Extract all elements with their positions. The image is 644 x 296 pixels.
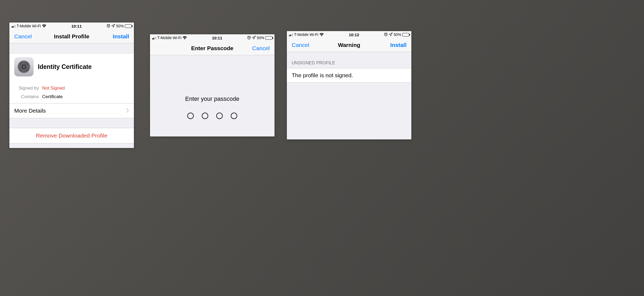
- status-bar: T-Mobile Wi-Fi 10:12 50%: [287, 31, 411, 38]
- passcode-dot: [187, 113, 194, 119]
- nav-bar: Cancel Install Profile Install: [9, 29, 134, 43]
- remove-profile-button[interactable]: Remove Downloaded Profile: [9, 128, 134, 143]
- status-time: 10:12: [349, 32, 359, 37]
- passcode-dot: [202, 113, 208, 119]
- section-header: UNSIGNED PROFILE: [287, 52, 411, 68]
- alarm-icon: [247, 36, 251, 40]
- contains-value: Certificate: [42, 94, 63, 99]
- signed-by-label: Signed by: [14, 86, 39, 91]
- battery-percent: 50%: [257, 36, 264, 40]
- carrier-label: T-Mobile Wi-Fi: [157, 36, 181, 40]
- battery-icon: [125, 24, 132, 28]
- spacer: [9, 118, 134, 128]
- location-icon: [111, 24, 115, 28]
- signal-icon: [152, 36, 156, 39]
- wifi-icon: [319, 33, 324, 36]
- status-right: 50%: [107, 24, 132, 28]
- content: Identity Certificate Signed by Not Signe…: [9, 43, 134, 143]
- signal-icon: [12, 24, 16, 28]
- cancel-button[interactable]: Cancel: [14, 33, 32, 40]
- svg-point-12: [23, 66, 25, 68]
- passcode-body: Enter your passcode: [150, 55, 275, 119]
- warning-screen: T-Mobile Wi-Fi 10:12 50% Cancel Warning …: [287, 31, 411, 139]
- signal-icon: [289, 33, 293, 36]
- chevron-right-icon: [126, 107, 129, 114]
- location-icon: [252, 36, 256, 40]
- profile-name: Identity Certificate: [38, 63, 92, 71]
- profile-meta: Signed by Not Signed Contains Certificat…: [9, 82, 134, 103]
- cancel-button[interactable]: Cancel: [252, 45, 270, 51]
- signed-by-row: Signed by Not Signed: [9, 82, 134, 93]
- status-right: 50%: [247, 36, 272, 40]
- passcode-dot: [231, 113, 237, 119]
- contains-label: Contains: [14, 94, 39, 99]
- wifi-icon: [182, 36, 187, 40]
- location-icon: [389, 32, 393, 37]
- more-details-cell[interactable]: More Details: [9, 103, 134, 118]
- status-right: 50%: [384, 32, 409, 37]
- battery-percent: 50%: [116, 24, 124, 28]
- carrier-label: T-Mobile Wi-Fi: [17, 24, 41, 28]
- enter-passcode-screen: T-Mobile Wi-Fi 10:11 50% Enter Passcode …: [150, 34, 275, 136]
- status-bar: T-Mobile Wi-Fi 10:11 50%: [9, 23, 134, 29]
- nav-bar: Cancel Warning Install: [287, 38, 411, 52]
- nav-bar: Enter Passcode Cancel: [150, 41, 275, 55]
- status-left: T-Mobile Wi-Fi: [152, 36, 187, 40]
- contains-row: Contains Certificate: [9, 93, 134, 103]
- carrier-label: T-Mobile Wi-Fi: [294, 32, 318, 37]
- battery-percent: 50%: [394, 32, 401, 37]
- install-button[interactable]: Install: [390, 42, 407, 48]
- spacer: [9, 43, 134, 53]
- wifi-icon: [42, 24, 46, 28]
- status-time: 10:11: [212, 36, 222, 40]
- passcode-prompt: Enter your passcode: [150, 95, 275, 102]
- cancel-button[interactable]: Cancel: [292, 42, 309, 48]
- battery-icon: [402, 33, 409, 36]
- status-time: 10:11: [71, 24, 82, 28]
- content: UNSIGNED PROFILE The profile is not sign…: [287, 52, 411, 83]
- more-details-label: More Details: [14, 108, 46, 114]
- settings-icon: [14, 57, 34, 76]
- install-profile-screen: T-Mobile Wi-Fi 10:11 50% Cancel Install …: [9, 23, 134, 148]
- status-left: T-Mobile Wi-Fi: [289, 32, 324, 37]
- alarm-icon: [107, 24, 110, 28]
- profile-header-cell: Identity Certificate: [9, 53, 134, 82]
- warning-message: The profile is not signed.: [287, 68, 411, 83]
- status-bar: T-Mobile Wi-Fi 10:11 50%: [150, 34, 275, 41]
- passcode-dot: [216, 113, 223, 119]
- profile-info-group: Identity Certificate Signed by Not Signe…: [9, 53, 134, 118]
- battery-icon: [265, 36, 272, 40]
- signed-by-value: Not Signed: [42, 86, 65, 91]
- status-left: T-Mobile Wi-Fi: [12, 24, 46, 28]
- passcode-dots[interactable]: [150, 113, 275, 119]
- install-button[interactable]: Install: [113, 33, 129, 40]
- alarm-icon: [384, 32, 388, 37]
